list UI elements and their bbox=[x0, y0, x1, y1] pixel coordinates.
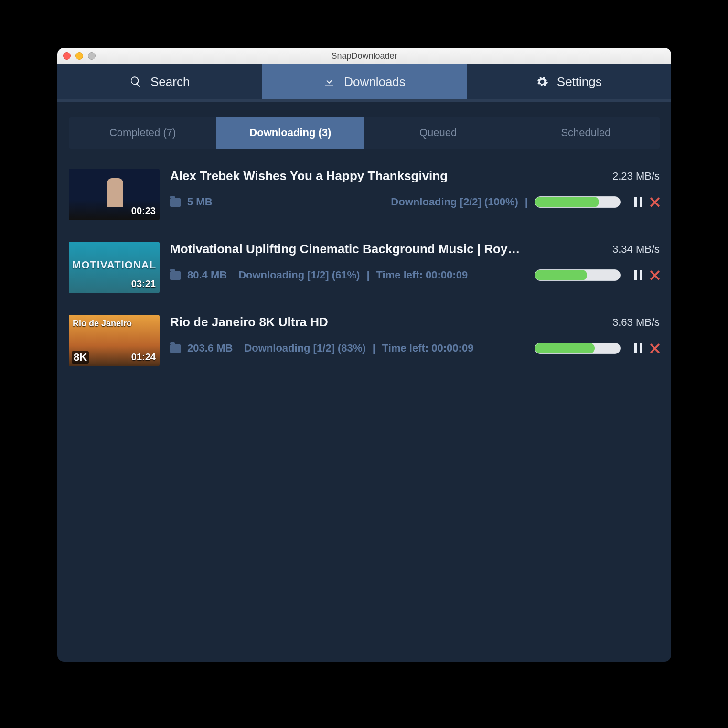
download-speed: 3.63 MB/s bbox=[612, 316, 660, 329]
progress-bar bbox=[535, 196, 621, 208]
video-thumbnail[interactable]: 00:23 bbox=[69, 169, 160, 220]
pause-button[interactable] bbox=[634, 197, 642, 207]
thumb-topleft-text: Rio de Janeiro bbox=[73, 319, 132, 329]
divider bbox=[57, 99, 671, 102]
titlebar: SnapDownloader bbox=[57, 48, 671, 64]
time-left: Time left: 00:00:09 bbox=[382, 342, 474, 354]
sub-tab-completed[interactable]: Completed (7) bbox=[69, 117, 216, 149]
video-title: Alex Trebek Wishes You a Happy Thanksgiv… bbox=[170, 169, 448, 183]
tab-search[interactable]: Search bbox=[57, 64, 262, 99]
window-title: SnapDownloader bbox=[57, 51, 671, 61]
download-status: Downloading [2/2] (100%) bbox=[391, 196, 518, 208]
folder-icon[interactable] bbox=[170, 271, 181, 280]
progress-bar bbox=[535, 343, 621, 354]
cancel-button[interactable] bbox=[649, 197, 660, 207]
folder-icon[interactable] bbox=[170, 344, 181, 353]
sub-tab-scheduled[interactable]: Scheduled bbox=[512, 117, 660, 149]
video-title: Rio de Janeiro 8K Ultra HD bbox=[170, 315, 328, 330]
download-status: Downloading [1/2] (83%) bbox=[244, 342, 365, 354]
pause-button[interactable] bbox=[634, 270, 642, 280]
video-title: Motivational Uplifting Cinematic Backgro… bbox=[170, 242, 520, 257]
tab-search-label: Search bbox=[150, 75, 190, 89]
file-size: 80.4 MB bbox=[187, 269, 227, 281]
folder-icon[interactable] bbox=[170, 198, 181, 207]
cancel-button[interactable] bbox=[649, 270, 660, 280]
separator: | bbox=[366, 269, 369, 281]
download-row: MOTIVATIONAL 03:21 Motivational Upliftin… bbox=[69, 231, 660, 304]
download-row: Rio de Janeiro 8K 01:24 Rio de Janeiro 8… bbox=[69, 304, 660, 377]
progress-bar bbox=[535, 269, 621, 281]
tab-settings[interactable]: Settings bbox=[467, 64, 671, 99]
tab-downloads[interactable]: Downloads bbox=[262, 64, 466, 99]
video-duration: 01:24 bbox=[131, 352, 156, 363]
thumb-figure bbox=[107, 178, 123, 207]
tab-settings-label: Settings bbox=[557, 75, 602, 89]
sub-tab-downloading[interactable]: Downloading (3) bbox=[216, 117, 364, 149]
search-icon bbox=[129, 75, 142, 88]
progress-fill bbox=[535, 197, 599, 207]
app-window: SnapDownloader Search Downloads Settings… bbox=[57, 48, 671, 662]
gear-icon bbox=[536, 75, 548, 88]
thumb-bottomleft-text: 8K bbox=[72, 351, 89, 364]
video-thumbnail[interactable]: Rio de Janeiro 8K 01:24 bbox=[69, 315, 160, 366]
download-speed: 3.34 MB/s bbox=[612, 243, 660, 256]
video-duration: 03:21 bbox=[131, 278, 156, 289]
pause-button[interactable] bbox=[634, 343, 642, 353]
separator: | bbox=[373, 342, 375, 354]
download-icon bbox=[323, 75, 335, 88]
thumb-center-text: MOTIVATIONAL bbox=[69, 259, 160, 271]
separator: | bbox=[525, 196, 528, 208]
download-row: 00:23 Alex Trebek Wishes You a Happy Tha… bbox=[69, 158, 660, 231]
sub-tabs: Completed (7) Downloading (3) Queued Sch… bbox=[69, 117, 660, 149]
video-duration: 00:23 bbox=[131, 205, 156, 216]
main-tabs: Search Downloads Settings bbox=[57, 64, 671, 99]
file-size: 203.6 MB bbox=[187, 342, 233, 354]
download-list: 00:23 Alex Trebek Wishes You a Happy Tha… bbox=[57, 154, 671, 381]
progress-fill bbox=[535, 270, 587, 280]
time-left: Time left: 00:00:09 bbox=[376, 269, 468, 281]
tab-downloads-label: Downloads bbox=[344, 75, 406, 89]
file-size: 5 MB bbox=[187, 196, 213, 208]
video-thumbnail[interactable]: MOTIVATIONAL 03:21 bbox=[69, 242, 160, 293]
sub-tab-queued[interactable]: Queued bbox=[364, 117, 512, 149]
progress-fill bbox=[535, 343, 595, 353]
download-status: Downloading [1/2] (61%) bbox=[238, 269, 360, 281]
cancel-button[interactable] bbox=[649, 343, 660, 353]
download-speed: 2.23 MB/s bbox=[612, 170, 660, 182]
